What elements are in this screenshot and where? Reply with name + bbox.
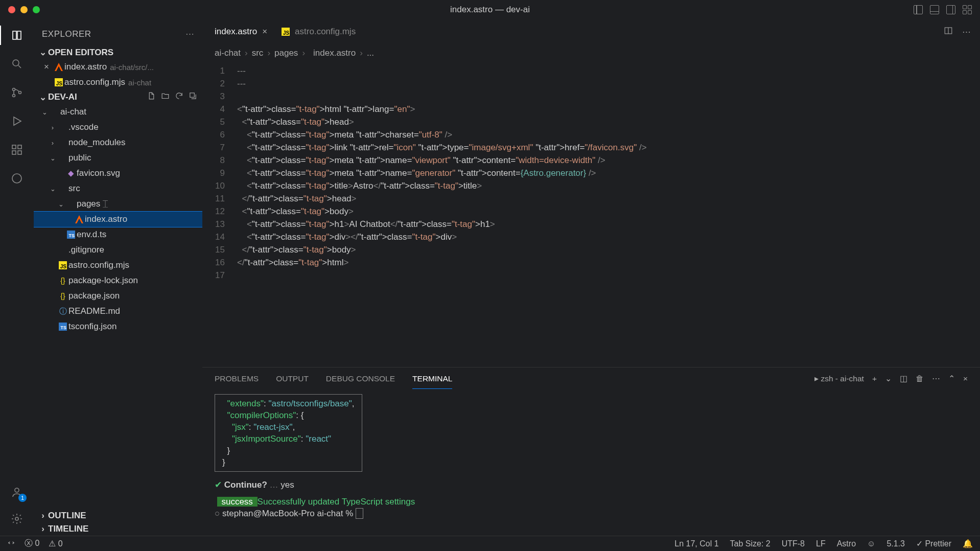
terminal-success: success Successfully updated TypeScript … [215, 496, 968, 508]
toggle-secondary-sidebar-icon[interactable] [946, 5, 955, 14]
version[interactable]: 5.1.3 [886, 539, 905, 548]
close-tab-icon[interactable]: × [262, 27, 267, 37]
minimize-window-button[interactable] [20, 6, 28, 13]
breadcrumb-item[interactable]: ... [367, 48, 374, 58]
panel-more-icon[interactable]: ⋯ [932, 374, 940, 383]
panel-tab[interactable]: OUTPUT [276, 369, 309, 388]
tree-item[interactable]: ◆ favicon.svg [34, 166, 202, 181]
close-window-button[interactable] [8, 6, 15, 13]
tree-item[interactable]: › .vscode [34, 120, 202, 135]
twistie-icon[interactable]: › [48, 124, 57, 131]
twistie-icon[interactable]: ⌄ [40, 108, 49, 116]
panel-tab[interactable]: PROBLEMS [215, 369, 259, 388]
extensions-icon[interactable] [9, 142, 25, 157]
customize-layout-icon[interactable] [963, 5, 972, 14]
new-folder-icon[interactable] [161, 91, 170, 103]
terminal-output-box: "extends": "astro/tsconfigs/base", "comp… [215, 394, 362, 472]
svg-point-1 [13, 88, 15, 91]
notifications-icon[interactable]: 🔔 [963, 539, 973, 548]
warnings-count[interactable]: ⚠ 0 [49, 539, 62, 548]
refresh-icon[interactable] [175, 91, 183, 103]
tree-item[interactable]: TS env.d.ts [34, 227, 202, 242]
tree-item[interactable]: ⌄ src [34, 181, 202, 196]
timeline-header[interactable]: ›TIMELINE [34, 522, 202, 536]
tree-item[interactable]: › node_modules [34, 135, 202, 150]
tree-item[interactable]: ⓘ README.md [34, 304, 202, 319]
search-icon[interactable] [9, 56, 25, 72]
twistie-icon[interactable]: ⌄ [48, 154, 57, 162]
errors-count[interactable]: ⓧ 0 [25, 538, 39, 549]
breadcrumb-item[interactable]: index.astro [313, 48, 356, 58]
panel-tab[interactable]: TERMINAL [412, 369, 452, 389]
prettier-status[interactable]: ✓ Prettier [916, 539, 951, 548]
accounts-badge: 1 [18, 494, 27, 502]
panel-tabs: PROBLEMSOUTPUTDEBUG CONSOLETERMINAL ▸ zs… [202, 368, 980, 390]
eol[interactable]: LF [816, 539, 826, 548]
open-editor-item[interactable]: × index.astro ai-chat/src/... [34, 59, 202, 75]
file-tree[interactable]: ⌄ ai-chat › .vscode › node_modules ⌄ pub… [34, 104, 202, 509]
project-header[interactable]: ⌄DEV-AI [34, 90, 202, 104]
breadcrumb-item[interactable]: pages [274, 48, 298, 58]
tree-item[interactable]: JS astro.config.mjs [34, 258, 202, 273]
code-content[interactable]: --- --- <"t-attr">class="t-tag">html "t-… [233, 62, 980, 367]
twistie-icon[interactable]: ⌄ [56, 200, 65, 208]
open-editors-header[interactable]: ⌄OPEN EDITORS [34, 45, 202, 59]
run-debug-icon[interactable] [9, 113, 25, 129]
terminal-shell-label[interactable]: ▸ zsh - ai-chat [814, 374, 864, 383]
tree-item[interactable]: index.astro [34, 212, 202, 227]
close-panel-icon[interactable]: × [963, 374, 968, 383]
maximize-panel-icon[interactable]: ⌃ [948, 374, 955, 383]
toggle-panel-icon[interactable] [930, 5, 939, 14]
outline-header[interactable]: ›OUTLINE [34, 509, 202, 522]
new-file-icon[interactable] [147, 91, 156, 103]
terminal[interactable]: "extends": "astro/tsconfigs/base", "comp… [202, 390, 980, 536]
tree-item[interactable]: {} package-lock.json [34, 273, 202, 288]
tree-label: README.md [68, 306, 120, 316]
breadcrumb-item[interactable]: ai-chat [215, 48, 241, 58]
tree-item[interactable]: ⌄ ai-chat [34, 104, 202, 120]
tree-label: src [68, 183, 80, 194]
split-editor-icon[interactable] [944, 26, 953, 38]
file-name: astro.config.mjs [64, 77, 125, 87]
language-mode[interactable]: Astro [837, 539, 856, 548]
terminal-dropdown-icon[interactable]: ⌄ [885, 374, 892, 383]
kill-terminal-icon[interactable]: 🗑 [916, 374, 924, 383]
close-icon[interactable]: × [42, 62, 51, 72]
tree-item[interactable]: {} package.json [34, 288, 202, 304]
file-path-hint: ai-chat/src/... [110, 63, 154, 72]
code-editor[interactable]: 1234567891011121314151617 --- --- <"t-at… [202, 62, 980, 367]
tree-item[interactable]: ⌄ pages ⌶ [34, 196, 202, 212]
settings-gear-icon[interactable] [9, 511, 25, 526]
tree-label: pages ⌶ [77, 199, 108, 209]
sidebar-more-icon[interactable]: ⋯ [185, 29, 195, 39]
feedback-icon[interactable]: ☺ [867, 539, 875, 548]
editor-tab[interactable]: index.astro × [202, 19, 274, 44]
tree-item[interactable]: .gitignore [34, 242, 202, 258]
panel-tab[interactable]: DEBUG CONSOLE [326, 369, 395, 388]
more-actions-icon[interactable]: ⋯ [962, 27, 971, 37]
tree-label: index.astro [85, 214, 127, 224]
toggle-sidebar-icon[interactable] [914, 5, 923, 14]
source-control-icon[interactable] [9, 85, 25, 100]
remote-indicator[interactable] [7, 539, 15, 549]
breadcrumbs[interactable]: ai-chat›src›pages›index.astro›... [202, 44, 980, 62]
maximize-window-button[interactable] [33, 6, 40, 13]
cursor-position[interactable]: Ln 17, Col 1 [674, 539, 718, 548]
encoding[interactable]: UTF-8 [782, 539, 805, 548]
split-terminal-icon[interactable]: ◫ [900, 374, 907, 383]
collapse-all-icon[interactable] [189, 91, 197, 103]
explorer-icon[interactable] [9, 28, 25, 43]
tree-item[interactable]: ⌄ public [34, 150, 202, 166]
remote-icon[interactable] [9, 171, 25, 186]
accounts-icon[interactable]: 1 [9, 485, 25, 500]
twistie-icon[interactable]: › [48, 139, 57, 147]
indent-setting[interactable]: Tab Size: 2 [730, 539, 771, 548]
new-terminal-icon[interactable]: + [872, 374, 877, 383]
terminal-input-line[interactable]: ○ stephan@MacBook-Pro ai-chat % [215, 508, 968, 519]
svg-rect-11 [190, 93, 195, 98]
twistie-icon[interactable]: ⌄ [48, 185, 57, 193]
breadcrumb-item[interactable]: src [252, 48, 264, 58]
tree-item[interactable]: TS tsconfig.json [34, 319, 202, 334]
editor-tab[interactable]: JS astro.config.mjs [274, 19, 363, 44]
open-editor-item[interactable]: JS astro.config.mjs ai-chat [34, 75, 202, 90]
